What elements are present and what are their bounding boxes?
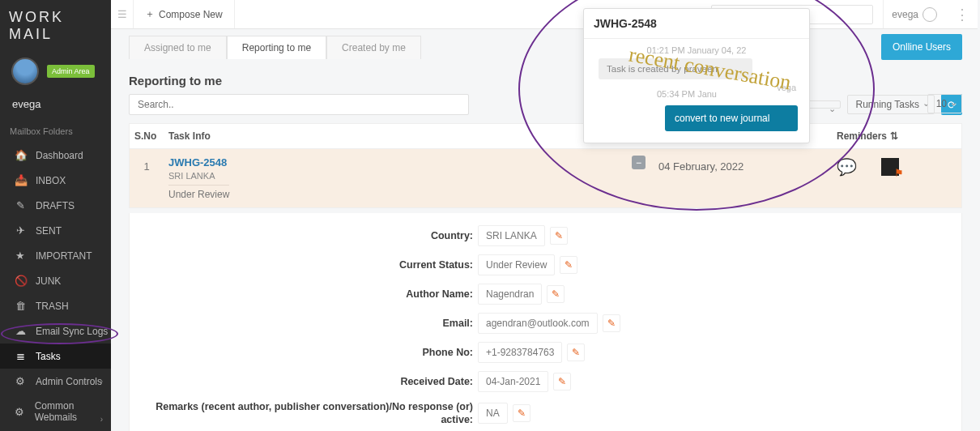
task-status: Under Review: [168, 185, 229, 200]
value-status: Under Review: [478, 254, 555, 275]
tab-reporting[interactable]: Reporting to me: [227, 36, 326, 59]
popover-time-2: 05:34 PM Janu: [657, 89, 717, 99]
sidebar-item-important[interactable]: ★IMPORTANT: [0, 243, 111, 268]
sidebar-username: evega: [0, 85, 111, 118]
cell-deadline: 04 February, 2022: [654, 149, 832, 184]
sidebar-item-sent[interactable]: ✈SENT: [0, 218, 111, 243]
table-row[interactable]: 1 JWHG-2548 SRI LANKA Under Review − 04 …: [129, 149, 962, 208]
conversation-popover: JWHG-2548 01:21 PM January 04, 22 Task i…: [583, 8, 810, 143]
sidebar: WORK MAIL Admin Area evega Mailbox Folde…: [0, 0, 111, 431]
edit-remarks-button[interactable]: ✎: [513, 404, 530, 422]
sidebar-item-label: Dashboard: [36, 150, 83, 161]
task-details: Country:SRI LANKA✎ Current Status:Under …: [129, 213, 962, 431]
chevron-right-icon: ›: [100, 415, 103, 424]
trash-icon: 🗑: [15, 300, 26, 312]
sidebar-item-emailsync[interactable]: ☁Email Sync Logs: [0, 318, 111, 344]
content: Assigned to me Reporting to me Created b…: [111, 29, 980, 431]
value-email: agendran@outlook.com: [478, 313, 598, 334]
compose-button[interactable]: ＋Compose New: [134, 0, 235, 28]
plus-icon: ＋: [145, 7, 155, 21]
task-id-link[interactable]: JWHG-2548: [168, 156, 649, 169]
edit-status-button[interactable]: ✎: [560, 256, 577, 274]
popover-title: JWHG-2548: [584, 9, 809, 39]
sidebar-item-junk[interactable]: 🚫JUNK: [0, 268, 111, 293]
collapse-button[interactable]: −: [632, 156, 646, 169]
kebab-menu[interactable]: ⋮: [955, 6, 969, 23]
topbar: ☰ ＋Compose New evega ⋮: [111, 0, 978, 29]
sidebar-item-label: TRASH: [36, 301, 69, 312]
tab-created[interactable]: Created by me: [326, 36, 421, 59]
filter-dropdown-running[interactable]: Running Tasks: [847, 95, 935, 114]
compose-label: Compose New: [159, 9, 223, 20]
edit-country-button[interactable]: ✎: [550, 227, 568, 245]
edit-phone-button[interactable]: ✎: [567, 344, 585, 361]
cell-info: JWHG-2548 SRI LANKA Under Review −: [164, 149, 654, 207]
sidebar-item-trash[interactable]: 🗑TRASH: [0, 293, 111, 318]
inbox-icon: 📥: [15, 174, 26, 186]
user-icon: [922, 7, 937, 22]
sidebar-item-label: INBOX: [36, 175, 66, 186]
tabs: Assigned to me Reporting to me Created b…: [129, 36, 962, 59]
label-remarks: Remarks (recent author, publisher conver…: [130, 400, 478, 427]
sidebar-item-label: IMPORTANT: [36, 250, 92, 262]
page-size-dropdown[interactable]: 10: [927, 94, 962, 113]
col-reminders-label: Reminders: [837, 130, 887, 142]
paper-plane-icon: ✈: [15, 224, 26, 237]
avatar[interactable]: [11, 58, 39, 85]
sidebar-item-label: Email Sync Logs: [36, 326, 108, 337]
label-email: Email:: [130, 318, 478, 329]
tasks-icon: ≣: [15, 350, 26, 362]
popover-sender-name: vega: [777, 83, 796, 92]
admin-area-badge[interactable]: Admin Area: [47, 65, 95, 78]
task-country: SRI LANKA: [168, 171, 649, 181]
col-task-info: Task Info: [164, 124, 654, 148]
edit-received-button[interactable]: ✎: [553, 373, 571, 390]
sort-icon: ⇅: [890, 130, 898, 142]
sidebar-item-label: Admin Controls: [36, 376, 102, 387]
cell-sno: 1: [130, 149, 164, 184]
brand-title: WORK MAIL: [0, 0, 111, 51]
chevron-right-icon: ›: [100, 377, 103, 386]
top-user[interactable]: evega: [883, 0, 945, 28]
page-title: Reporting to me: [129, 74, 962, 87]
popover-time-1: 01:21 PM January 04, 22: [584, 45, 809, 55]
sidebar-item-label: Tasks: [36, 351, 61, 362]
edit-email-button[interactable]: ✎: [603, 314, 620, 332]
search-input[interactable]: [129, 94, 469, 115]
cloud-icon: ☁: [15, 325, 26, 337]
reminder-calendar-icon[interactable]: [881, 158, 899, 176]
online-users-button[interactable]: Onlline Users: [881, 34, 962, 60]
avatar-row: Admin Area: [0, 51, 111, 85]
sidebar-item-tasks[interactable]: ≣Tasks: [0, 344, 111, 369]
edit-author-button[interactable]: ✎: [547, 285, 565, 303]
col-reminders[interactable]: Reminders ⇅: [832, 124, 961, 148]
top-user-name: evega: [892, 9, 918, 20]
sidebar-item-dashboard[interactable]: 🏠Dashboard: [0, 143, 111, 168]
popover-bubble-right[interactable]: convert to new journal: [665, 105, 798, 131]
gear-icon: ⚙: [15, 406, 25, 418]
col-sno: S.No: [130, 124, 164, 148]
value-phone: +1-9283784763: [478, 342, 562, 363]
sidebar-item-inbox[interactable]: 📥INBOX: [0, 168, 111, 193]
value-received: 04-Jan-2021: [478, 371, 548, 392]
pencil-icon: ✎: [15, 199, 26, 211]
ban-icon: 🚫: [15, 275, 26, 287]
label-phone: Phone No:: [130, 347, 478, 358]
folders-label: Mailbox Folders: [0, 118, 111, 143]
label-country: Country:: [130, 230, 478, 241]
table-header: S.No Task Info Deadline Date ⇅ 38 Remind…: [129, 123, 962, 149]
hamburger-button[interactable]: ☰: [111, 0, 134, 28]
sidebar-item-label: SENT: [36, 225, 62, 237]
label-status: Current Status:: [130, 259, 478, 271]
value-country: SRI LANKA: [478, 225, 545, 246]
home-icon: 🏠: [15, 149, 26, 161]
value-remarks: NA: [478, 403, 508, 424]
value-author: Nagendran: [478, 284, 542, 305]
label-received: Received Date:: [130, 376, 478, 387]
cell-icons: 💬: [832, 149, 961, 185]
tab-assigned[interactable]: Assigned to me: [129, 36, 227, 59]
sidebar-item-admin[interactable]: ⚙Admin Controls›: [0, 369, 111, 394]
chat-icon[interactable]: 💬: [837, 157, 857, 177]
sidebar-item-webmails[interactable]: ⚙Common Webmails›: [0, 394, 111, 429]
sidebar-item-drafts[interactable]: ✎DRAFTS: [0, 193, 111, 218]
